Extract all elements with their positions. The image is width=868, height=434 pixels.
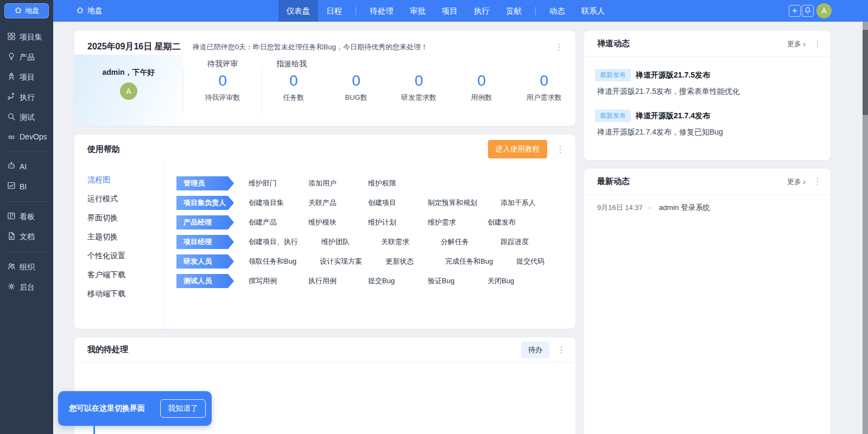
- news-item-title[interactable]: 禅道开源版21.7.5发布: [636, 71, 710, 80]
- stat-cases: 0 用例数: [450, 70, 512, 103]
- flow-step: 提交Bug: [355, 274, 413, 288]
- got-it-button[interactable]: 我知道了: [160, 399, 206, 418]
- notifications-button[interactable]: [802, 5, 814, 17]
- flow-step: 创建发布: [474, 215, 533, 229]
- infinity-icon: ∞: [7, 133, 16, 141]
- sidebar-item-devops[interactable]: ∞ DevOps: [0, 127, 53, 146]
- tab-ui-switch[interactable]: 界面切换: [74, 208, 163, 227]
- news-item-title[interactable]: 禅道开源版21.7.4发布: [636, 111, 710, 121]
- nav-item-review[interactable]: 审批: [402, 0, 434, 22]
- admin-greeting-block: admin，下午好 A: [74, 55, 183, 126]
- flow-step: 分解任务: [428, 235, 486, 249]
- scrollbar-thumb[interactable]: [863, 30, 868, 115]
- more-link[interactable]: 更多 ›: [787, 177, 806, 187]
- chevron-right-icon: ›: [803, 177, 806, 186]
- tutorial-button[interactable]: 进入使用教程: [488, 140, 547, 158]
- nav-item-contacts[interactable]: 联系人: [573, 0, 613, 22]
- flow-row-admin: 管理员 维护部门 添加用户 维护权限: [176, 176, 575, 190]
- sidebar-item-project[interactable]: 项目: [0, 67, 53, 87]
- tab-personalization[interactable]: 个性化设置: [74, 246, 163, 265]
- robot-icon: [7, 161, 16, 171]
- nav-item-todo[interactable]: 待处理: [362, 0, 402, 22]
- tab-run-mode[interactable]: 运行模式: [74, 189, 163, 208]
- welcome-date: 2025年09月16日 星期二: [87, 41, 181, 53]
- nav-item-project[interactable]: 项目: [434, 0, 466, 22]
- grid-icon: [7, 32, 16, 42]
- todo-filter-button[interactable]: 待办: [521, 342, 549, 358]
- tab-desktop-download[interactable]: 客户端下载: [74, 265, 163, 284]
- kebab-menu-icon[interactable]: ⋮: [553, 42, 566, 52]
- topbar-brand[interactable]: 地盘: [76, 0, 103, 22]
- flow-step: 跟踪进度: [487, 235, 546, 249]
- sidebar-item-execution[interactable]: 执行: [0, 87, 53, 107]
- latest-dynamics-card: 最新动态 更多 › ⋮ 9月16日 14:37 • admin 登录系统: [584, 169, 831, 434]
- sidebar-home-button[interactable]: 地盘: [4, 3, 49, 18]
- guide-tooltip: 您可以在这里切换界面 我知道了: [58, 391, 212, 426]
- sidebar-item-doc[interactable]: 文档: [0, 227, 53, 247]
- flow-step: 维护模块: [295, 215, 353, 229]
- nav-item-dynamics[interactable]: 动态: [541, 0, 573, 22]
- bullet-icon: •: [649, 205, 651, 211]
- flow-step: 关联产品: [295, 196, 353, 210]
- stat-user-stories: 0 用户需求数: [513, 70, 575, 103]
- flow-role: 测试人员: [176, 274, 234, 288]
- news-badge: 最新发布: [595, 69, 631, 81]
- nav-item-contribution[interactable]: 贡献: [498, 0, 530, 22]
- kebab-menu-icon[interactable]: ⋮: [811, 39, 824, 49]
- stat-value[interactable]: 0: [388, 70, 450, 92]
- sidebar-item-projectset[interactable]: 项目集: [0, 27, 53, 47]
- sidebar-item-label: AI: [20, 162, 27, 171]
- flow-role: 项目经理: [176, 235, 234, 249]
- home-icon: [14, 6, 22, 16]
- nav-item-dashboard[interactable]: 仪表盘: [278, 0, 319, 22]
- stat-label: 用户需求数: [513, 93, 575, 103]
- avatar[interactable]: A: [120, 82, 137, 100]
- my-todo-title: 我的待处理: [87, 344, 128, 355]
- flow-step: 维护部门: [236, 176, 294, 190]
- stat-value[interactable]: 0: [450, 70, 512, 92]
- flow-row-product-manager: 产品经理 创建产品 维护模块 维护计划 维护需求 创建发布: [176, 215, 575, 229]
- gear-icon: [7, 282, 16, 292]
- latest-dynamics-header: 最新动态 更多 › ⋮: [584, 169, 831, 195]
- user-avatar[interactable]: A: [816, 3, 832, 18]
- page-scrollbar[interactable]: [863, 22, 868, 434]
- stat-label: 任务数: [262, 93, 325, 103]
- nav-item-calendar[interactable]: 日程: [318, 0, 350, 22]
- flow-step: 创建项目、执行: [236, 235, 307, 249]
- flow-step: 领取任务和Bug: [236, 254, 305, 269]
- tab-flowchart[interactable]: 流程图: [74, 170, 163, 189]
- flow-role: 产品经理: [176, 215, 234, 229]
- kebab-menu-icon[interactable]: ⋮: [554, 144, 567, 155]
- kebab-menu-icon[interactable]: ⋮: [811, 176, 824, 187]
- flow-step: 维护计划: [355, 215, 413, 229]
- stat-value[interactable]: 0: [262, 70, 325, 92]
- sidebar-item-bi[interactable]: BI: [0, 176, 53, 196]
- kanban-icon: [7, 212, 16, 222]
- kebab-menu-icon[interactable]: ⋮: [555, 344, 568, 355]
- search-icon: [7, 112, 16, 123]
- more-link[interactable]: 更多 ›: [787, 39, 806, 49]
- create-button[interactable]: +: [789, 5, 801, 17]
- sidebar-item-label: 看板: [20, 212, 35, 222]
- flow-step: 执行用例: [295, 274, 353, 288]
- activity-text: admin 登录系统: [659, 203, 711, 213]
- tab-theme-switch[interactable]: 主题切换: [74, 227, 163, 246]
- sidebar-item-admin[interactable]: 后台: [0, 277, 53, 297]
- news-item: 最新发布 禅道开源版21.7.4发布 禅道开源版21.7.4发布，修复已知Bug: [595, 110, 818, 137]
- flow-step: 关闭Bug: [474, 274, 533, 288]
- tab-mobile-download[interactable]: 移动端下载: [74, 284, 163, 303]
- help-card: 使用帮助 进入使用教程 ⋮ 流程图 运行模式 界面切换 主题切换 个性化设置 客…: [74, 135, 575, 329]
- stat-value[interactable]: 0: [183, 70, 262, 92]
- sidebar-item-ai[interactable]: AI: [0, 156, 53, 176]
- stat-value[interactable]: 0: [325, 70, 387, 92]
- stat-value[interactable]: 0: [513, 70, 575, 92]
- top-nav: 仪表盘 日程 待处理 审批 项目 执行 贡献 动态 联系人: [278, 0, 613, 22]
- sidebar-item-label: 后台: [20, 283, 35, 292]
- sidebar-item-product[interactable]: 产品: [0, 47, 53, 67]
- nav-item-execution[interactable]: 执行: [466, 0, 498, 22]
- bell-icon: [804, 7, 812, 16]
- sidebar-item-label: BI: [20, 182, 27, 191]
- sidebar-item-kanban[interactable]: 看板: [0, 207, 53, 227]
- sidebar-item-org[interactable]: 组织: [0, 257, 53, 277]
- sidebar-item-test[interactable]: 测试: [0, 107, 53, 127]
